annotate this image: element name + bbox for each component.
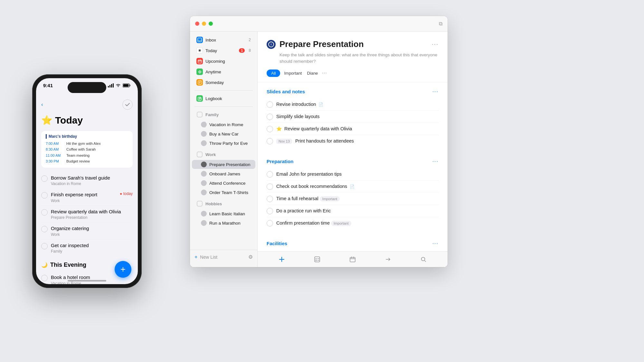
task-checkbox-expense[interactable] (41, 192, 48, 199)
today-star-icon: ⭐ (41, 115, 52, 125)
task-name-borrow: Borrow Sarah's travel guide (51, 175, 133, 181)
task-text-email-john: Email John for presentation tips (276, 171, 439, 177)
sidebar-group-work[interactable]: Work (192, 149, 255, 160)
sidebar-item-order-tshirts[interactable]: Order Team T-Shirts (192, 188, 255, 197)
moon-icon: 🌙 (41, 262, 48, 268)
checkbox-book-recs[interactable] (267, 183, 273, 190)
sidebar-item-someday[interactable]: Someday (192, 77, 255, 88)
detail-tags: All Important Diane ··· (267, 70, 439, 77)
task-simplify-layouts[interactable]: Simplify slide layouts (267, 111, 439, 123)
tag-all[interactable]: All (267, 70, 280, 77)
task-checkbox-review[interactable] (41, 209, 48, 216)
sidebar-item-anytime[interactable]: Anytime (192, 67, 255, 77)
phone-task-review[interactable]: Review quarterly data with Olivia Prepar… (41, 206, 133, 223)
sidebar-label-inbox: Inbox (205, 38, 246, 42)
task-checkbox-borrow[interactable] (41, 175, 48, 182)
checkbox-print-handouts[interactable] (267, 138, 273, 144)
detail-more-button[interactable]: ··· (432, 41, 439, 48)
sidebar-item-prepare-presentation[interactable]: Prepare Presentation (192, 160, 255, 169)
task-book-recs[interactable]: Check out book recommendations 📄 (267, 181, 439, 193)
phone-scroll-content[interactable]: ‹ ⭐ Today Marc's birthday 7:00 AM (36, 97, 138, 284)
task-review-quarterly[interactable]: ⭐ Review quarterly data with Olivia (267, 123, 439, 135)
back-button[interactable]: ‹ (41, 101, 43, 108)
sidebar-item-inbox[interactable]: Inbox 2 (192, 35, 255, 45)
section-preparation-title[interactable]: Preparation (267, 159, 293, 164)
task-revise-intro[interactable]: Revise introduction 📄 (267, 98, 439, 111)
filter-icon[interactable]: ⚙ (248, 254, 253, 260)
sidebar-group-hobbies[interactable]: Hobbies (192, 199, 255, 209)
date-badge-nov13: Nov 13 (276, 139, 292, 144)
toolbar-navigate-button[interactable] (382, 255, 394, 264)
anytime-icon (196, 69, 203, 75)
detail-header: i Prepare Presentation ··· Keep the talk… (258, 32, 448, 82)
sidebar-item-logbook[interactable]: Logbook (192, 93, 255, 104)
info-icon: i (271, 43, 272, 46)
status-icons (108, 83, 131, 88)
sidebar-item-buy-car[interactable]: Buy a New Car (192, 129, 255, 138)
task-sub-review: Prepare Presentation (51, 215, 133, 220)
section-slides-notes-more[interactable]: ··· (432, 89, 439, 95)
sidebar-item-throw-party[interactable]: Throw Party for Eve (192, 139, 255, 148)
task-email-john[interactable]: Email John for presentation tips (267, 168, 439, 181)
section-slides-notes-title[interactable]: Slides and notes (267, 89, 305, 94)
sidebar-label-learn-italian: Learn Basic Italian (209, 211, 245, 216)
sidebar-item-attend-conference[interactable]: Attend Conference (192, 179, 255, 188)
close-button[interactable] (195, 22, 199, 26)
sidebar-footer[interactable]: + New List ⚙ (190, 250, 257, 264)
phone-task-catering[interactable]: Organize catering Work (41, 223, 133, 240)
toolbar-checklist-button[interactable] (311, 255, 323, 264)
task-practice-eric[interactable]: Do a practice run with Eric (267, 205, 439, 217)
phone-task-car[interactable]: Get car inspected Family (41, 240, 133, 257)
sidebar-item-onboard-james[interactable]: Onboard James (192, 169, 255, 178)
hobbies-group-icon (196, 200, 203, 207)
task-sections-container[interactable]: Slides and notes ··· Revise introduction… (258, 82, 448, 252)
task-checkbox-car[interactable] (41, 243, 48, 249)
add-task-button[interactable]: + (115, 261, 131, 278)
toolbar-calendar-button[interactable] (347, 255, 358, 264)
checkbox-time-rehearsal[interactable] (267, 196, 273, 202)
sidebar-item-vacation-rome[interactable]: Vacation in Rome (192, 120, 255, 129)
section-facilities-title[interactable]: Facilities (267, 241, 287, 246)
phone-task-expense[interactable]: Finish expense report Work ● today (41, 189, 133, 206)
sidebar-item-learn-italian[interactable]: Learn Basic Italian (192, 209, 255, 218)
tag-more-button[interactable]: ··· (322, 70, 327, 76)
task-checkbox-catering[interactable] (41, 226, 48, 232)
sidebar-label-prepare-presentation: Prepare Presentation (209, 162, 251, 167)
checkbox-confirm-time[interactable] (267, 220, 273, 227)
sidebar-item-run-marathon[interactable]: Run a Marathon (192, 218, 255, 227)
tag-diane[interactable]: Diane (306, 70, 319, 77)
done-button[interactable] (122, 99, 133, 110)
task-print-handouts[interactable]: Nov 13 Print handouts for attendees (267, 135, 439, 147)
sidebar-group-family[interactable]: Family (192, 109, 255, 120)
new-list-label: New List (200, 255, 217, 260)
calendar-event-meeting: 11:00 AM Team meeting (46, 153, 128, 159)
checkbox-review-quarterly[interactable] (267, 126, 273, 132)
copy-window-button[interactable]: ⧉ (439, 21, 442, 26)
toolbar-search-button[interactable] (418, 255, 429, 264)
section-facilities: Facilities ··· (258, 234, 448, 246)
checkbox-simplify-layouts[interactable] (267, 114, 273, 120)
checkbox-revise-intro[interactable] (267, 101, 273, 108)
task-checkbox-hotel[interactable] (41, 275, 48, 281)
note-icon-revise: 📄 (318, 102, 323, 107)
svg-point-16 (421, 257, 425, 261)
signal-icon (108, 83, 114, 88)
phone-task-borrow[interactable]: Borrow Sarah's travel guide Vacation in … (41, 172, 133, 189)
task-sub-hotel: Vacation in Rome (51, 281, 133, 284)
sidebar-item-today[interactable]: ☀ Today 1 8 (192, 45, 255, 56)
task-time-rehearsal[interactable]: Time a full rehearsal Important (267, 193, 439, 205)
checkbox-email-john[interactable] (267, 171, 273, 178)
sidebar-item-upcoming[interactable]: Upcoming (192, 56, 255, 66)
dynamic-island (68, 82, 106, 93)
important-badge-rehearsal: Important (320, 196, 340, 201)
toolbar-add-button[interactable] (276, 255, 288, 264)
maximize-button[interactable] (209, 22, 213, 26)
minimize-button[interactable] (202, 22, 206, 26)
task-confirm-time[interactable]: Confirm presentation time Important (267, 217, 439, 229)
section-preparation-more[interactable]: ··· (432, 159, 439, 164)
tag-important[interactable]: Important (283, 70, 303, 77)
detail-title-icon-inner: i (268, 42, 274, 47)
section-facilities-more[interactable]: ··· (432, 241, 439, 246)
checkbox-practice-eric[interactable] (267, 208, 273, 214)
app-body: Inbox 2 ☀ Today 1 8 Upcoming (190, 32, 448, 267)
